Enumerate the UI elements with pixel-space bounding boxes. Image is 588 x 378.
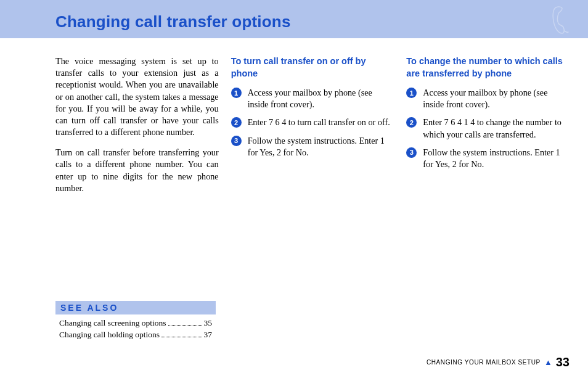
footer-page-number: 33 xyxy=(556,355,570,369)
header-band: Changing call transfer options xyxy=(0,0,588,38)
step-text: Access your mailbox by phone (see inside… xyxy=(423,87,570,110)
step-text: Enter 7 6 4 1 4 to change the number to … xyxy=(423,117,570,140)
step-text: Access your mailbox by phone (see inside… xyxy=(248,87,394,110)
intro-paragraph-1: The voice messaging system is set up to … xyxy=(55,55,219,138)
see-also-row: Changing call holding options 37 xyxy=(59,329,212,341)
step-text: Follow the system instructions. Enter 1 … xyxy=(423,147,570,170)
steps-change-number: 1 Access your mailbox by phone (see insi… xyxy=(406,87,570,170)
step-item: 2 Enter 7 6 4 1 4 to change the number t… xyxy=(406,117,570,140)
arrow-up-icon: ▲ xyxy=(544,358,552,368)
content-columns: The voice messaging system is set up to … xyxy=(0,38,588,203)
column-change-number: To change the number to which calls are … xyxy=(406,55,570,203)
step-item: 2 Enter 7 6 4 to turn call transfer on o… xyxy=(231,117,394,128)
step-item: 1 Access your mailbox by phone (see insi… xyxy=(231,87,394,110)
see-also-heading: SEE ALSO xyxy=(55,301,216,314)
see-also-box: SEE ALSO Changing call screening options… xyxy=(55,301,216,342)
step-item: 3 Follow the system instructions. Enter … xyxy=(406,147,570,170)
step-badge-icon: 1 xyxy=(231,88,242,98)
step-badge-icon: 3 xyxy=(231,136,242,146)
step-text: Follow the system instructions. Enter 1 … xyxy=(248,135,394,158)
column-turn-on-off: To turn call transfer on or off by phone… xyxy=(231,55,394,203)
step-badge-icon: 2 xyxy=(231,117,242,128)
heading-change-number: To change the number to which calls are … xyxy=(406,55,570,80)
step-item: 1 Access your mailbox by phone (see insi… xyxy=(406,87,570,110)
heading-turn-on-off: To turn call transfer on or off by phone xyxy=(231,55,394,80)
leader-dots xyxy=(161,330,202,337)
see-also-label: Changing call holding options xyxy=(59,329,160,341)
step-text: Enter 7 6 4 to turn call transfer on or … xyxy=(248,117,390,128)
see-also-row: Changing call screening options 35 xyxy=(59,317,212,329)
steps-turn-on-off: 1 Access your mailbox by phone (see insi… xyxy=(231,87,394,158)
step-badge-icon: 3 xyxy=(406,147,417,158)
see-also-label: Changing call screening options xyxy=(59,317,166,329)
page-footer: CHANGING YOUR MAILBOX SETUP ▲ 33 xyxy=(427,355,570,369)
step-item: 3 Follow the system instructions. Enter … xyxy=(231,135,394,158)
see-also-page: 37 xyxy=(204,329,213,341)
step-badge-icon: 2 xyxy=(406,117,417,128)
see-also-body: Changing call screening options 35 Chang… xyxy=(55,314,216,342)
leader-dots xyxy=(168,318,202,326)
see-also-page: 35 xyxy=(204,317,213,329)
phone-handset-icon xyxy=(550,5,574,38)
intro-paragraph-2: Turn on call transfer before transferrin… xyxy=(55,147,219,194)
page-title: Changing call transfer options xyxy=(55,12,588,31)
footer-section-label: CHANGING YOUR MAILBOX SETUP xyxy=(427,359,541,366)
column-intro: The voice messaging system is set up to … xyxy=(55,55,219,203)
step-badge-icon: 1 xyxy=(406,88,417,98)
